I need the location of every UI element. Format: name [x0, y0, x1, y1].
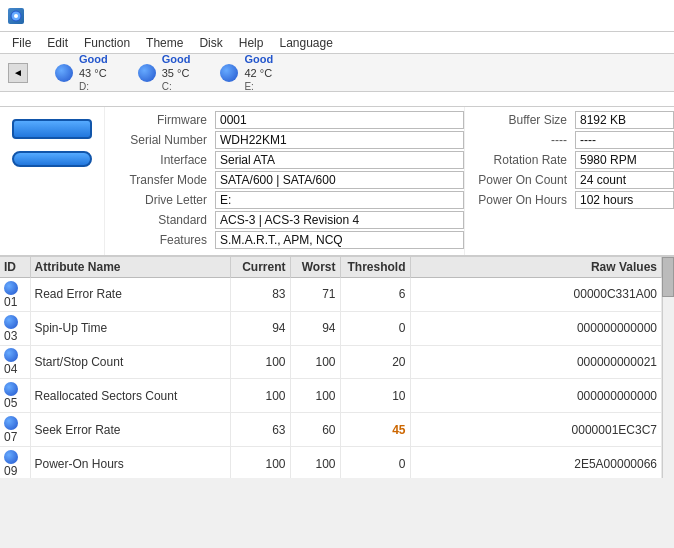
info-center-key: Features: [105, 233, 215, 247]
scrollbar-track[interactable]: [662, 257, 674, 478]
cell-name: Seek Error Rate: [30, 413, 230, 447]
smart-table-container[interactable]: ID Attribute Name Current Worst Threshol…: [0, 256, 674, 478]
cell-current: 63: [230, 413, 290, 447]
smart-table: ID Attribute Name Current Worst Threshol…: [0, 257, 662, 478]
minimize-button[interactable]: [602, 7, 622, 25]
cell-worst: 100: [290, 447, 340, 478]
cell-name: Read Error Rate: [30, 278, 230, 312]
drive-d-letter: D:: [79, 80, 108, 93]
table-row[interactable]: 04 Start/Stop Count 100 100 20 000000000…: [0, 345, 662, 379]
info-right-row: Power On Count 24 count: [465, 171, 674, 189]
cell-current: 94: [230, 311, 290, 345]
health-badge[interactable]: [12, 119, 92, 139]
menu-file[interactable]: File: [4, 34, 39, 52]
drive-e-letter: E:: [244, 80, 273, 93]
table-row[interactable]: 07 Seek Error Rate 63 60 45 0000001EC3C7: [0, 413, 662, 447]
info-right-key: Power On Hours: [465, 193, 575, 207]
cell-id: 05: [0, 379, 30, 413]
cell-current: 83: [230, 278, 290, 312]
cell-worst: 60: [290, 413, 340, 447]
info-center-row: Serial Number WDH22KM1: [105, 131, 464, 149]
info-center-key: Interface: [105, 153, 215, 167]
cell-worst: 71: [290, 278, 340, 312]
svg-point-1: [14, 14, 18, 18]
cell-raw: 000000000000: [410, 311, 662, 345]
cell-id: 01: [0, 278, 30, 312]
menu-language[interactable]: Language: [271, 34, 340, 52]
cell-worst: 94: [290, 311, 340, 345]
table-row[interactable]: 05 Reallocated Sectors Count 100 100 10 …: [0, 379, 662, 413]
drive-c-label: Good: [162, 52, 191, 66]
drive-c-temp: 35 °C: [162, 66, 191, 80]
cell-name: Reallocated Sectors Count: [30, 379, 230, 413]
header-threshold: Threshold: [340, 257, 410, 278]
header-attribute-name: Attribute Name: [30, 257, 230, 278]
info-right-row: Buffer Size 8192 KB: [465, 111, 674, 129]
info-right-value: 8192 KB: [575, 111, 674, 129]
row-status-icon: [4, 281, 18, 295]
info-center-key: Transfer Mode: [105, 173, 215, 187]
info-right-value: 102 hours: [575, 191, 674, 209]
cell-threshold: 0: [340, 311, 410, 345]
row-status-icon: [4, 348, 18, 362]
info-right-row: Rotation Rate 5980 RPM: [465, 151, 674, 169]
close-button[interactable]: [646, 7, 666, 25]
info-right-row: ---- ----: [465, 131, 674, 149]
cell-id: 04: [0, 345, 30, 379]
cell-current: 100: [230, 447, 290, 478]
cell-name: Power-On Hours: [30, 447, 230, 478]
info-center-row: Interface Serial ATA: [105, 151, 464, 169]
scrollbar-thumb[interactable]: [662, 257, 674, 297]
drive-d-temp: 43 °C: [79, 66, 108, 80]
cell-threshold: 6: [340, 278, 410, 312]
maximize-button[interactable]: [624, 7, 644, 25]
cell-name: Spin-Up Time: [30, 311, 230, 345]
info-center-row: Drive Letter E:: [105, 191, 464, 209]
left-panel: [0, 107, 105, 255]
cell-worst: 100: [290, 379, 340, 413]
info-center-key: Firmware: [105, 113, 215, 127]
header-raw-values: Raw Values: [410, 257, 662, 278]
table-row[interactable]: 01 Read Error Rate 83 71 6 00000C331A00: [0, 278, 662, 312]
cell-current: 100: [230, 379, 290, 413]
header-current: Current: [230, 257, 290, 278]
info-right-key: Buffer Size: [465, 113, 575, 127]
cell-threshold: 20: [340, 345, 410, 379]
drive-e-label: Good: [244, 52, 273, 66]
cell-raw: 000000000000: [410, 379, 662, 413]
info-center-row: Standard ACS-3 | ACS-3 Revision 4: [105, 211, 464, 229]
info-right-key: ----: [465, 133, 575, 147]
header-id: ID: [0, 257, 30, 278]
drive-item-e[interactable]: Good 42 °C E:: [213, 49, 280, 97]
app-icon: [8, 8, 24, 24]
row-status-icon: [4, 416, 18, 430]
drive-item-d[interactable]: Good 43 °C D:: [48, 49, 115, 97]
info-center-value: Serial ATA: [215, 151, 464, 169]
drive-d-icon: [55, 64, 73, 82]
header-worst: Worst: [290, 257, 340, 278]
drive-e-icon: [220, 64, 238, 82]
info-right-row: Power On Hours 102 hours: [465, 191, 674, 209]
cell-raw: 000000000021: [410, 345, 662, 379]
cell-threshold: 45: [340, 413, 410, 447]
info-center-value: S.M.A.R.T., APM, NCQ: [215, 231, 464, 249]
cell-id: 07: [0, 413, 30, 447]
cell-worst: 100: [290, 345, 340, 379]
row-status-icon: [4, 382, 18, 396]
drive-item-c[interactable]: Good 35 °C C:: [131, 49, 198, 97]
table-row[interactable]: 09 Power-On Hours 100 100 0 2E5A00000066: [0, 447, 662, 478]
drive-bar: ◄ Good 43 °C D: Good 35 °C C: Good 42 °C…: [0, 54, 674, 92]
info-center-row: Transfer Mode SATA/600 | SATA/600: [105, 171, 464, 189]
info-center-row: Features S.M.A.R.T., APM, NCQ: [105, 231, 464, 249]
drive-e-temp: 42 °C: [244, 66, 273, 80]
info-center-value: ACS-3 | ACS-3 Revision 4: [215, 211, 464, 229]
cell-raw: 2E5A00000066: [410, 447, 662, 478]
info-right-key: Power On Count: [465, 173, 575, 187]
table-row[interactable]: 03 Spin-Up Time 94 94 0 000000000000: [0, 311, 662, 345]
cell-threshold: 10: [340, 379, 410, 413]
info-right-value: ----: [575, 131, 674, 149]
drive-c-icon: [138, 64, 156, 82]
cell-raw: 0000001EC3C7: [410, 413, 662, 447]
info-right-value: 24 count: [575, 171, 674, 189]
nav-back-button[interactable]: ◄: [8, 63, 28, 83]
